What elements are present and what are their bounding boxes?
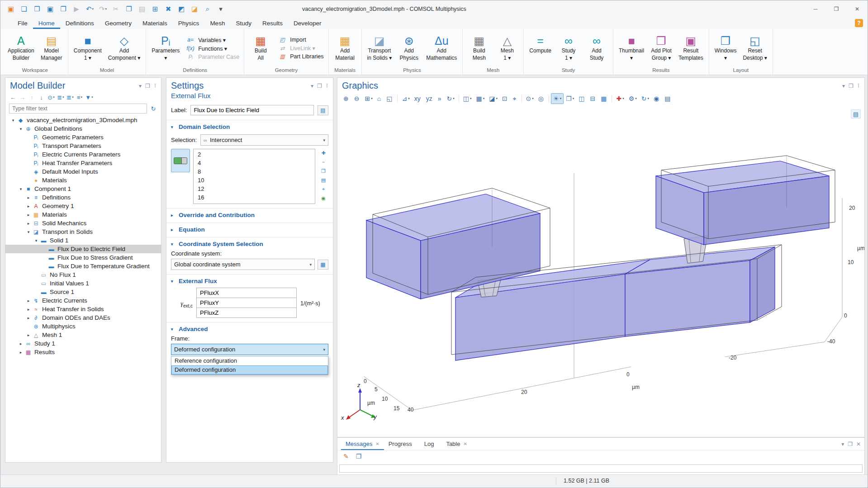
zoom-in-icon[interactable]: ⊕ xyxy=(341,93,352,104)
bottom-tab[interactable]: Log xyxy=(420,438,442,450)
bottom-tab[interactable]: Progress xyxy=(384,438,420,450)
view-options-icon[interactable]: ⚙▾ xyxy=(626,93,639,104)
float-icon[interactable]: ❐ xyxy=(849,83,854,89)
add-component-button[interactable]: ◇AddComponent ▾ xyxy=(105,30,143,66)
view-orientation-icon[interactable]: ⊿▾ xyxy=(399,93,412,104)
domain-list-item[interactable]: 4 xyxy=(194,159,315,167)
ribbon-tab[interactable]: Developer xyxy=(288,19,327,29)
collapse-icon[interactable]: ▾ xyxy=(139,83,142,89)
tree-item[interactable]: ▾ ▬ Solid 1 xyxy=(5,236,161,245)
tree-item[interactable]: ▸ ≡ Definitions xyxy=(5,193,161,202)
cut-icon[interactable]: ✂ xyxy=(110,3,122,15)
select-box-icon[interactable]: ◩ xyxy=(175,3,188,15)
save-icon[interactable]: ▣ xyxy=(44,3,57,15)
duplicate-icon[interactable]: ⊞ xyxy=(149,3,161,15)
undo-icon[interactable]: ↶▾ xyxy=(84,3,96,15)
tree-item[interactable]: ▸ ≈ Heat Transfer in Solids xyxy=(5,305,161,313)
default-view-icon[interactable]: ⌂ xyxy=(375,93,384,104)
zoom-box-icon[interactable]: ◱ xyxy=(384,93,395,104)
float-icon[interactable]: ❐ xyxy=(848,441,853,447)
float-icon[interactable]: ❐ xyxy=(317,83,322,89)
tree-item[interactable]: ◈ Default Model Inputs xyxy=(5,167,161,176)
close-button[interactable]: ✕ xyxy=(847,0,868,17)
customize-icon[interactable]: ▾ xyxy=(215,3,227,15)
tree-item[interactable]: ▸ ▦ Results xyxy=(5,348,161,356)
rotate-view-icon[interactable]: ↻▾ xyxy=(444,93,456,104)
ribbon-tab[interactable]: File xyxy=(12,19,33,29)
copy-icon[interactable]: ❐ xyxy=(123,3,135,15)
tree-expand-arrow[interactable]: ▸ xyxy=(25,307,32,312)
tree-item[interactable]: ▭ No Flux 1 xyxy=(5,270,161,279)
split-horizontal-icon[interactable]: ◫ xyxy=(576,93,588,104)
maximize-button[interactable]: ❐ xyxy=(826,0,847,17)
tree-expand-arrow[interactable]: ▾ xyxy=(25,230,32,234)
print-icon[interactable]: ▤ xyxy=(662,93,674,104)
label-field[interactable] xyxy=(190,105,314,115)
add-physics-button[interactable]: ⊛AddPhysics xyxy=(395,30,423,66)
tree-item[interactable]: ▾ ◆ vacancy_electromigration_3Dmodel.mph xyxy=(5,116,161,124)
tree-expand-arrow[interactable]: ▸ xyxy=(18,350,24,355)
selection-color-icon[interactable]: ✚▾ xyxy=(614,93,626,104)
flux-y-input[interactable] xyxy=(196,298,297,308)
tree-item[interactable]: Pᵢ Transport Parameters xyxy=(5,142,161,150)
collapse-icon[interactable]: ▾ xyxy=(311,83,313,89)
section-header-equation[interactable]: ▸Equation xyxy=(171,226,328,233)
tree-filter-input[interactable] xyxy=(9,104,147,114)
go-to-view-icon[interactable]: » xyxy=(436,93,445,104)
back-icon[interactable]: ← xyxy=(9,93,17,102)
part-libraries-button[interactable]: ▥Part Libraries xyxy=(277,53,323,60)
parameters-button[interactable]: PᵢParameters▾ xyxy=(148,30,183,66)
tree-item[interactable]: ▭ Initial Values 1 xyxy=(5,279,161,288)
frame-dropdown[interactable]: Deformed configuration ▾ xyxy=(171,344,328,355)
collapse-icon[interactable]: ▾ xyxy=(841,441,844,447)
scene-light-icon[interactable]: ☀▾ xyxy=(551,93,564,104)
model-tree-node-text-icon[interactable]: ≡▾ xyxy=(76,93,84,102)
tree-item[interactable]: ▸ ▦ Materials xyxy=(5,210,161,219)
tree-item[interactable]: ⊛ Multiphysics xyxy=(5,322,161,331)
paste-icon[interactable]: ▤ xyxy=(136,3,148,15)
app-icon[interactable]: ▣ xyxy=(5,3,17,15)
help-icon[interactable]: ? xyxy=(855,19,863,27)
minimize-button[interactable]: ─ xyxy=(805,0,826,17)
tree-item[interactable]: ▾ ◪ Transport in Solids xyxy=(5,227,161,236)
filter-icon[interactable]: ▼▾ xyxy=(85,93,93,102)
domain-list-item[interactable]: 8 xyxy=(194,167,315,176)
tree-expand-arrow[interactable]: ▸ xyxy=(18,341,24,346)
ribbon-tab[interactable]: Physics xyxy=(173,19,205,29)
tree-item[interactable]: ▬ Source 1 xyxy=(5,288,161,296)
zoom-extents-icon[interactable]: ⊞▾ xyxy=(362,93,375,104)
tree-item[interactable]: ▬ Flux Due to Temperature Gradient xyxy=(5,262,161,270)
graphics-canvas[interactable]: 20µm100-40-200510µm1540200µm ▤ x y z xyxy=(337,107,864,437)
tree-expand-arrow[interactable]: ▸ xyxy=(25,221,32,226)
add-plot-group-button[interactable]: ❐Add PlotGroup ▾ xyxy=(647,30,675,66)
ribbon-tab[interactable]: Definitions xyxy=(60,19,100,29)
coordinate-system-settings-icon[interactable]: ▦ xyxy=(318,260,328,270)
forward-icon[interactable]: → xyxy=(19,93,27,102)
clear-selection-icon[interactable]: ◪ xyxy=(189,3,201,15)
ribbon-tab[interactable]: Home xyxy=(33,19,60,29)
split-vertical-icon[interactable]: ⊟ xyxy=(588,93,598,104)
thumbnail-button[interactable]: ■Thumbnail▾ xyxy=(616,30,647,66)
component-1-button[interactable]: ■Component1 ▾ xyxy=(71,30,105,66)
study-1-button[interactable]: ∞Study1 ▾ xyxy=(555,30,583,66)
copy-icon[interactable]: ❐ xyxy=(355,452,363,461)
ribbon-tab[interactable]: Study xyxy=(230,19,257,29)
tree-item[interactable]: Pᵢ Heat Transfer Parameters xyxy=(5,159,161,167)
section-header-advanced[interactable]: ▾Advanced xyxy=(171,326,328,332)
refresh-icon[interactable]: ↻ xyxy=(149,104,157,113)
domain-list[interactable]: 248101216 xyxy=(193,149,315,204)
tree-item[interactable]: ▸ ∞ Study 1 xyxy=(5,339,161,348)
domain-list-item[interactable]: 2 xyxy=(194,150,315,159)
active-toggle-button[interactable] xyxy=(171,149,190,172)
tree-expand-arrow[interactable]: ▾ xyxy=(33,238,39,243)
bottom-tab[interactable]: Table✕ xyxy=(441,438,471,450)
transport-in-solids-button[interactable]: ◪Transportin Solids ▾ xyxy=(364,30,395,66)
mesh-1-button[interactable]: △Mesh1 ▾ xyxy=(493,30,521,66)
color-theme-icon[interactable]: ▦▾ xyxy=(474,93,487,104)
clear-icon[interactable]: ✎ xyxy=(342,452,350,461)
paste-selection-icon[interactable]: ▤ xyxy=(318,176,328,184)
scene-settings-icon[interactable]: ◫▾ xyxy=(461,93,474,104)
selection-dropdown[interactable]: ∞ Interconnect ▾ xyxy=(200,134,328,146)
pin-icon[interactable]: ⊺ xyxy=(857,83,860,89)
zoom-to-selection-icon[interactable]: ⌖ xyxy=(318,185,328,193)
